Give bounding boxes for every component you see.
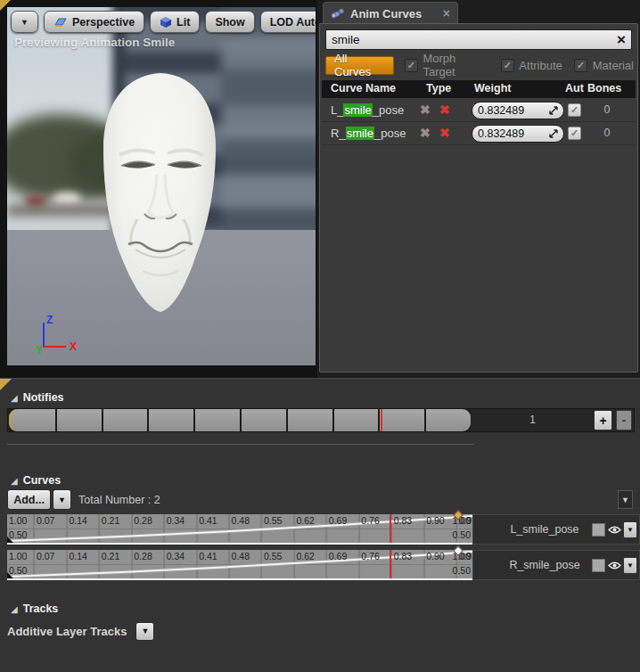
spin-arrows-icon: [549, 129, 558, 138]
bones-count: 0: [589, 127, 625, 139]
additive-layer-tracks-dropdown[interactable]: ▼: [135, 622, 154, 641]
time-label: 0.55: [264, 551, 282, 561]
table-row[interactable]: L_smile_pose ✖ ✖ 0.832489 ✓ 0: [322, 99, 636, 122]
material-x-icon: ✖: [439, 126, 450, 140]
track-name: L_smile_pose: [482, 523, 607, 536]
visibility-eye-icon[interactable]: [608, 525, 621, 535]
face-model[interactable]: [84, 70, 237, 326]
playhead-marker[interactable]: [390, 514, 391, 543]
auto-checkbox[interactable]: ✓: [568, 127, 581, 140]
search-highlight: smile: [343, 103, 372, 117]
search-box[interactable]: smile ×: [325, 29, 632, 50]
playhead-marker[interactable]: [390, 550, 391, 578]
notify-segment[interactable]: [334, 409, 379, 431]
track-options-dropdown[interactable]: ▼: [623, 557, 637, 574]
anim-curves-tab[interactable]: Anim Curves ×: [323, 2, 458, 24]
y-axis-mid-right: 0.50: [453, 529, 471, 540]
notify-segment[interactable]: [380, 409, 424, 431]
notifies-timeline[interactable]: 1 + -: [7, 408, 635, 432]
lod-auto-button[interactable]: LOD Auto: [260, 11, 316, 33]
remove-track-button[interactable]: -: [616, 410, 632, 430]
time-label: 0.34: [167, 515, 185, 526]
notify-segment-track[interactable]: [9, 409, 471, 431]
dirty-corner-marker: [0, 379, 12, 390]
show-button[interactable]: Show: [205, 11, 254, 33]
notify-segment[interactable]: [103, 409, 148, 431]
timeline-panel: ◢ Notifies 1 + - ◢ Curves Add... ▼ Total…: [0, 378, 640, 672]
attribute-checkbox[interactable]: ✓: [501, 59, 514, 72]
track-options-dropdown[interactable]: ▼: [623, 521, 637, 538]
tab-close-icon[interactable]: ×: [443, 6, 450, 20]
tracks-toolbar: Additive Layer Tracks ▼: [7, 620, 154, 642]
notify-segment[interactable]: [288, 409, 332, 431]
add-curve-button[interactable]: Add...: [7, 489, 51, 510]
header-curve-name: Curve Name: [331, 82, 396, 94]
curves-options-dropdown[interactable]: ▼: [618, 490, 633, 509]
time-label: 0.90: [426, 515, 444, 526]
notify-segment[interactable]: [9, 409, 55, 431]
header-auto: Aut: [565, 82, 584, 94]
morph-target-checkbox[interactable]: ✓: [405, 59, 418, 72]
track-color-swatch[interactable]: [592, 559, 605, 572]
auto-checkbox[interactable]: ✓: [568, 103, 581, 117]
time-label: 0.28: [134, 551, 152, 561]
track-color-swatch[interactable]: [592, 523, 605, 537]
notify-track-value: 1: [529, 414, 536, 426]
notify-segment[interactable]: [195, 409, 240, 431]
weight-value[interactable]: 0.832489: [478, 104, 549, 117]
tracks-section-header[interactable]: ◢ Tracks: [11, 602, 58, 615]
perspective-button[interactable]: Perspective: [44, 11, 144, 33]
time-label: 0.83: [394, 551, 412, 561]
anim-curves-icon: [331, 7, 345, 20]
weight-spinbox[interactable]: 0.832489: [472, 102, 564, 119]
notify-segment[interactable]: [57, 409, 102, 431]
time-label: 0.14: [69, 551, 86, 561]
anim-curves-panel: Anim Curves × smile × All Curves ✓ Morph…: [317, 0, 640, 378]
perspective-label: Perspective: [72, 16, 135, 29]
notifies-title: Notifies: [23, 391, 64, 404]
all-curves-button[interactable]: All Curves: [325, 56, 394, 75]
weight-value[interactable]: 0.832489: [478, 127, 549, 140]
axis-gizmo: Z Y X: [32, 316, 82, 356]
time-label: 0.41: [199, 551, 217, 561]
add-track-button[interactable]: +: [594, 410, 612, 430]
time-label: 0.83: [394, 515, 412, 526]
playhead-marker[interactable]: [381, 409, 382, 431]
weight-spinbox[interactable]: 0.832489: [472, 125, 564, 143]
curves-toolbar: Add... ▼ Total Number : 2 ▼: [7, 489, 635, 510]
table-header: Curve Name Type Weight Aut Bones: [322, 80, 636, 98]
search-input[interactable]: smile: [332, 33, 617, 46]
table-row[interactable]: R_smile_pose ✖ ✖ 0.832489 ✓ 0: [322, 122, 636, 145]
y-axis-mid-right: 0.50: [453, 565, 471, 576]
origin-key-marker: [7, 537, 13, 543]
attribute-label: Attribute: [519, 59, 562, 72]
curve-name: R_smile_pose: [331, 127, 406, 140]
total-number-label: Total Number : 2: [78, 494, 160, 506]
time-label: 0.48: [232, 551, 250, 561]
notify-segment[interactable]: [242, 409, 286, 431]
material-label: Material: [593, 59, 634, 72]
notify-segment[interactable]: [426, 409, 471, 431]
viewport-scene[interactable]: ▼ Perspective Lit Show LOD Auto ▶ x1.0 P…: [7, 7, 316, 365]
curve-grid[interactable]: 1.00 0.50 1.00 0.50 0.070.140.210.280.34…: [7, 550, 472, 580]
all-curves-label: All Curves: [334, 52, 385, 78]
material-checkbox[interactable]: ✓: [574, 59, 587, 72]
time-label: 0.41: [199, 515, 217, 526]
collapse-triangle-icon: ◢: [11, 604, 18, 614]
visibility-eye-icon[interactable]: [608, 561, 621, 570]
add-curve-dropdown[interactable]: ▼: [53, 489, 71, 510]
spin-arrows-icon: [549, 106, 558, 115]
notify-segment[interactable]: [149, 409, 193, 431]
collapse-triangle-icon: ◢: [11, 476, 18, 486]
viewport-toolbar: ▼ Perspective Lit Show LOD Auto ▶ x1.0: [11, 11, 316, 34]
curve-grid[interactable]: 1.00 0.50 1.00 0.50 0.070.140.210.280.34…: [7, 514, 472, 545]
lit-label: Lit: [176, 16, 190, 29]
curves-section-header[interactable]: ◢ Curves: [11, 474, 61, 487]
time-label: 0.07: [37, 551, 54, 561]
notifies-section-header[interactable]: ◢ Notifies: [11, 391, 64, 404]
time-label: 0.21: [102, 515, 119, 526]
lit-button[interactable]: Lit: [150, 11, 200, 33]
axis-y-label: Y: [36, 344, 43, 356]
viewport-options-button[interactable]: ▼: [11, 11, 38, 33]
search-clear-icon[interactable]: ×: [617, 32, 626, 47]
